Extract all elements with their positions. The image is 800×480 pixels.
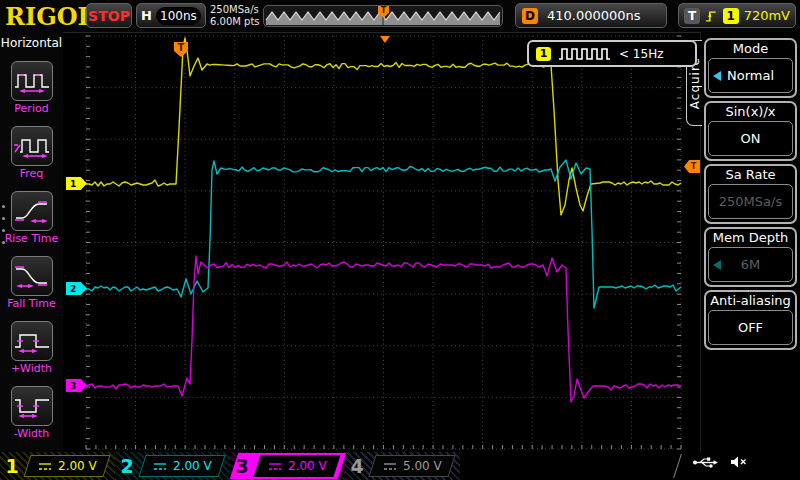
rigol-logo: RIGOL [5, 2, 94, 31]
menu-page-dots [2, 196, 5, 253]
sa-rate-title: Sa Rate [708, 166, 793, 184]
left-menu-item-rise-time[interactable]: Rise Time [0, 181, 63, 245]
sinx-value: ON [741, 131, 761, 146]
fall-time-label: Fall Time [7, 297, 56, 310]
usb-icon [692, 456, 720, 469]
frequency-button[interactable] [11, 126, 53, 166]
positive-width-button[interactable] [11, 321, 53, 361]
channel-2-number: 2 [115, 455, 139, 477]
left-menu: Horizontal Period Freq [0, 32, 63, 452]
channel-1-scale-box: 2.00 V [23, 455, 110, 477]
horizontal-position-strip[interactable]: T [263, 5, 503, 27]
display-center-marker [380, 36, 390, 43]
left-arrow-icon [713, 260, 721, 270]
mem-depth-title: Mem Depth [708, 229, 793, 247]
sa-rate-button: 250MSa/s [708, 184, 793, 219]
mem-depth-button[interactable]: 6M [708, 247, 793, 282]
left-menu-item-freq[interactable]: Freq [0, 116, 63, 180]
sinx-button[interactable]: ON [708, 121, 793, 156]
popup-channel-badge: 1 [536, 47, 551, 61]
dc-coupling-icon [268, 462, 282, 471]
left-menu-item-pwidth[interactable]: +Width [0, 311, 63, 375]
pulse-train-icon [558, 46, 612, 61]
delay-readout[interactable]: D 410.000000ns [515, 3, 667, 28]
left-menu-item-nwidth[interactable]: -Width [0, 376, 63, 440]
negative-width-label: -Width [14, 427, 49, 440]
menu-group-anti-aliasing: Anti-aliasing OFF [704, 290, 797, 350]
positive-width-label: +Width [11, 362, 52, 375]
channel-2-scale-box: 2.00 V [138, 455, 225, 477]
frequency-icon [12, 133, 52, 159]
delay-value: 410.000000ns [547, 8, 641, 23]
period-label: Period [14, 102, 48, 115]
menu-group-mode: Mode Normal [704, 38, 797, 98]
dc-coupling-icon [383, 462, 397, 471]
sample-rate-value: 250MSa/s [210, 4, 260, 16]
sample-rate-readout: 250MSa/s 6.00M pts [210, 4, 260, 28]
channel-4-status[interactable]: 4 5.00 V [345, 452, 460, 480]
trigger-readout[interactable]: T 1 720mV [678, 3, 796, 28]
menu-group-sinx: Sin(x)/x ON [704, 101, 797, 161]
mode-button[interactable]: Normal [708, 58, 793, 93]
oscilloscope-screen: RIGOL STOP H 100ns 250MSa/s 6.00M pts T … [0, 0, 800, 480]
dc-coupling-icon [153, 462, 167, 471]
bottom-channel-bar: 1 2.00 V 2 2.00 V [0, 452, 800, 480]
sa-rate-value: 250MSa/s [719, 194, 782, 209]
trigger-frequency-popup: 1 < 15Hz [527, 40, 697, 67]
trigger-source-badge: 1 [723, 8, 739, 24]
dc-coupling-icon [38, 462, 52, 471]
channel-2-status[interactable]: 2 2.00 V [115, 452, 230, 480]
top-status-bar: RIGOL STOP H 100ns 250MSa/s 6.00M pts T … [0, 0, 800, 33]
anti-aliasing-button[interactable]: OFF [708, 310, 793, 345]
timebase-value: 100ns [156, 7, 201, 25]
channel-1-scale: 2.00 V [58, 459, 97, 473]
channel-2-scale: 2.00 V [173, 459, 212, 473]
menu-group-sa-rate: Sa Rate 250MSa/s [704, 164, 797, 224]
waveform-display: T 1 < 15Hz 123 [63, 32, 700, 452]
channel-1-status[interactable]: 1 2.00 V [0, 452, 115, 480]
memory-points-value: 6.00M pts [210, 16, 260, 28]
period-button[interactable] [11, 61, 53, 101]
trigger-badge: T [684, 8, 700, 24]
right-menu: Mode Normal Sin(x)/x ON Sa Rate 250MSa/s… [700, 32, 800, 452]
anti-aliasing-value: OFF [738, 320, 763, 335]
menu-group-mem-depth: Mem Depth 6M [704, 227, 797, 287]
delay-badge: D [522, 8, 538, 24]
run-state-label: STOP [88, 8, 130, 24]
rise-time-icon [12, 198, 52, 224]
positive-width-icon [12, 328, 52, 354]
status-icons [692, 455, 747, 469]
rise-time-button[interactable] [11, 191, 53, 231]
channel-3-scale: 2.00 V [288, 459, 327, 473]
channel-1-number: 1 [0, 455, 24, 477]
rising-edge-icon [705, 8, 718, 24]
speaker-muted-icon [729, 455, 747, 469]
frequency-label: Freq [20, 167, 44, 180]
fall-time-button[interactable] [11, 256, 53, 296]
channel-3-number: 3 [230, 455, 254, 477]
fall-time-icon [12, 263, 52, 289]
channel-4-scale-box: 5.00 V [368, 455, 455, 477]
channel-3-status[interactable]: 3 2.00 V [230, 452, 345, 480]
left-menu-item-period[interactable]: Period [0, 51, 63, 115]
popup-frequency-text: < 15Hz [619, 47, 663, 61]
negative-width-button[interactable] [11, 386, 53, 426]
mode-title: Mode [708, 40, 793, 58]
channel-4-scale: 5.00 V [403, 459, 442, 473]
run-stop-button[interactable]: STOP [86, 3, 132, 28]
sinx-title: Sin(x)/x [708, 103, 793, 121]
left-arrow-icon [713, 71, 721, 81]
left-menu-item-fall-time[interactable]: Fall Time [0, 246, 63, 310]
left-menu-title: Horizontal [0, 36, 63, 50]
period-icon [12, 68, 52, 94]
anti-aliasing-title: Anti-aliasing [708, 292, 793, 310]
trigger-level-value: 720mV [744, 8, 790, 23]
mem-depth-value: 6M [741, 257, 761, 272]
scope-graticule [63, 32, 700, 452]
bottom-bar-separator [673, 454, 682, 478]
horizontal-label: H [141, 8, 152, 23]
horizontal-timebase-button[interactable]: H 100ns [136, 3, 206, 28]
channel-4-number: 4 [345, 455, 369, 477]
mode-value: Normal [727, 68, 774, 83]
rise-time-label: Rise Time [5, 232, 59, 245]
